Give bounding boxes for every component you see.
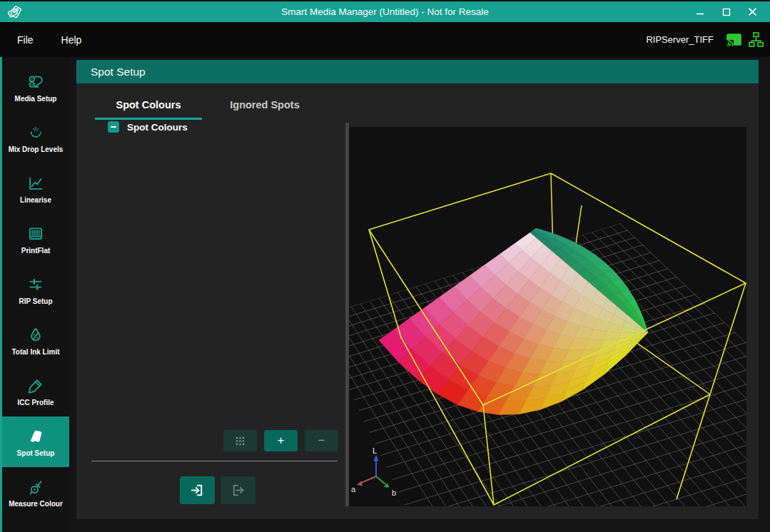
axis-label-b: b: [392, 488, 396, 497]
sidebar-item-spot-setup[interactable]: Spot Setup: [2, 416, 69, 467]
printflat-icon: [26, 225, 45, 243]
axis-label-l: L: [373, 446, 377, 455]
sidebar-item-icc-profile[interactable]: ICC Profile: [2, 366, 69, 416]
title-bar: Smart Media Manager (Untitled) - Not for…: [0, 0, 770, 22]
gamut-3d-viewport[interactable]: Lab: [349, 127, 746, 506]
minimize-button[interactable]: [687, 1, 713, 22]
spot-setup-panel: Spot Setup Spot Colours Ignored Spots Sp…: [76, 60, 759, 519]
remove-spot-button[interactable]: −: [305, 430, 338, 451]
close-button[interactable]: [739, 1, 766, 22]
panel-header: Spot Setup: [76, 60, 759, 83]
add-spot-button[interactable]: +: [264, 430, 298, 451]
io-toolbar: [180, 476, 255, 504]
rip-setup-icon: [26, 275, 45, 294]
sidebar: Media SetupMix Drop LevelsLinearisePrint…: [0, 57, 69, 532]
measure-colour-icon: [26, 478, 45, 496]
mix-drop-levels-icon: [26, 123, 45, 142]
sidebar-item-total-ink-limit[interactable]: Total Ink Limit: [2, 315, 69, 366]
menu-file[interactable]: File: [13, 31, 38, 48]
maximize-button[interactable]: [713, 1, 739, 22]
tree-item-label: Spot Colours: [127, 122, 188, 133]
divider: [91, 461, 338, 461]
sidebar-item-rip-setup[interactable]: RIP Setup: [2, 265, 69, 315]
sidebar-item-mix-drop-levels[interactable]: Mix Drop Levels: [2, 113, 69, 163]
grid-view-button[interactable]: [223, 430, 257, 451]
network-icon[interactable]: [747, 31, 765, 48]
axis-label-a: a: [351, 485, 356, 493]
cast-icon[interactable]: [725, 31, 743, 48]
grid-icon: [234, 435, 246, 447]
rip-server-label: RIPServer_TIFF: [646, 34, 714, 45]
tree-item-spot-colours[interactable]: Spot Colours: [108, 121, 188, 133]
sidebar-item-printflat[interactable]: PrintFlat: [2, 214, 69, 265]
tree-collapse-icon[interactable]: [108, 121, 119, 133]
menu-bar: File Help RIPServer_TIFF: [0, 22, 770, 57]
export-button[interactable]: [221, 476, 255, 504]
media-setup-icon: [26, 73, 45, 91]
window-title: Smart Media Manager (Untitled) - Not for…: [0, 6, 770, 17]
import-button[interactable]: [180, 476, 215, 504]
export-icon: [230, 482, 246, 498]
sidebar-item-media-setup[interactable]: Media Setup: [2, 62, 69, 113]
tab-spot-colours[interactable]: Spot Colours: [95, 93, 202, 120]
tab-ignored-spots[interactable]: Ignored Spots: [221, 93, 308, 120]
linearise-icon: [26, 174, 45, 193]
main-area: Spot Setup Spot Colours Ignored Spots Sp…: [69, 57, 770, 532]
menu-help[interactable]: Help: [57, 31, 86, 48]
tab-row: Spot Colours Ignored Spots: [95, 93, 308, 120]
import-icon: [189, 482, 206, 498]
sidebar-item-linearise[interactable]: Linearise: [2, 163, 69, 214]
icc-profile-icon: [26, 377, 45, 395]
spot-toolbar: + −: [223, 430, 338, 451]
total-ink-limit-icon: [26, 326, 45, 344]
spot-setup-icon: [26, 427, 45, 446]
sidebar-item-measure-colour[interactable]: Measure Colour: [2, 467, 69, 518]
